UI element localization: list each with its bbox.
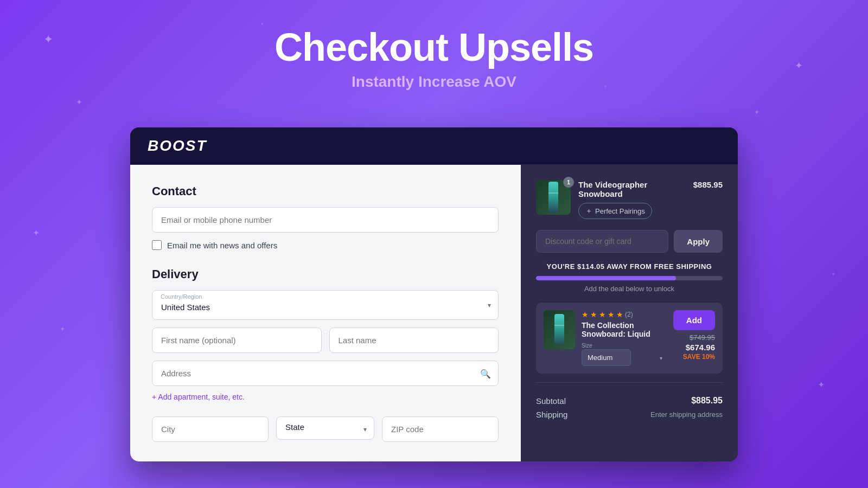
checkout-container: BOOST Contact Email me with news and off… [130,127,738,461]
hero-section: Checkout Upsells Instantly Increase AOV [0,0,868,110]
boost-logo: BOOST [148,137,720,155]
size-chevron-icon: ▾ [660,355,662,361]
upsell-sale-price: $674.96 [686,343,715,352]
checkout-header: BOOST [130,127,738,165]
apply-button[interactable]: Apply [674,230,723,253]
star-1-icon: ★ [582,310,589,319]
upsell-stars-row: ★ ★ ★ ★ ★ (2) [582,310,667,319]
order-item-name: The Videographer Snowboard [578,180,686,198]
zip-input[interactable] [382,416,499,442]
subtotal-value: $885.95 [691,396,723,406]
order-divider [536,382,723,383]
perfect-pairings-label: Perfect Pairings [595,207,645,215]
address-wrapper: 🔍 [152,361,499,386]
star-3-icon: ★ [599,310,606,319]
snowboard-visual-1 [548,182,558,213]
contact-title: Contact [152,184,499,198]
newsletter-checkbox[interactable] [152,240,162,250]
address-input[interactable] [152,361,499,386]
email-input[interactable] [152,207,499,233]
item-quantity-badge: 1 [563,177,574,188]
order-item: 1 The Videographer Snowboard ＋ Perfect P… [536,180,723,219]
star-2-icon: ★ [590,310,597,319]
order-panel: 1 The Videographer Snowboard ＋ Perfect P… [521,165,738,461]
upsell-image [544,310,575,349]
star-half-icon: ★ [616,310,623,319]
size-select-wrap: Size Medium Small Large XL ▾ [582,343,667,366]
city-state-row: State Alabama Alaska California New York… [152,416,499,442]
order-item-image-wrap: 1 [536,180,571,215]
city-input[interactable] [152,416,269,442]
perfect-pairings-button[interactable]: ＋ Perfect Pairings [578,203,652,219]
add-apartment-link[interactable]: + Add apartment, suite, etc. [152,393,245,401]
upsell-details: ★ ★ ★ ★ ★ (2) The Collection Snowboard: … [582,310,667,366]
order-item-price: $885.95 [693,180,723,189]
state-select[interactable]: State Alabama Alaska California New York… [276,416,374,440]
delivery-section: Delivery Country/Region United States Ca… [152,267,499,442]
upsell-original-price: $749.95 [690,333,715,342]
shipping-row-label: Shipping [536,410,567,419]
shipping-sub-text: Add the deal below to unlock [536,285,723,293]
size-select[interactable]: Medium Small Large XL [582,349,631,366]
upsell-price-col: $749.95 $674.96 SAVE 10% [683,333,715,361]
delivery-title: Delivery [152,267,499,281]
upsell-name: The Collection Snowboard: Liquid [582,321,667,338]
form-panel: Contact Email me with news and offers De… [130,165,521,461]
subtotal-label: Subtotal [536,396,566,406]
discount-input[interactable] [536,230,668,253]
newsletter-checkbox-row: Email me with news and offers [152,240,499,250]
first-name-input[interactable] [152,328,322,353]
hero-subtitle: Instantly Increase AOV [0,73,868,91]
hero-title: Checkout Upsells [0,26,868,69]
upsell-save-badge: SAVE 10% [683,353,715,361]
size-label: Size [582,343,667,349]
upsell-card: ★ ★ ★ ★ ★ (2) The Collection Snowboard: … [536,303,723,374]
order-item-details: The Videographer Snowboard ＋ Perfect Pai… [578,180,686,219]
subtotal-row: Subtotal $885.95 [536,391,723,410]
discount-row: Apply [536,230,723,253]
shipping-notice: YOU'RE $114.05 AWAY FROM FREE SHIPPING [536,262,723,271]
shipping-progress-bar [536,276,723,280]
newsletter-label: Email me with news and offers [167,241,277,250]
address-search-icon: 🔍 [480,368,491,378]
upsell-add-button[interactable]: Add [673,310,715,330]
plus-icon: ＋ [585,206,592,216]
upsell-right-col: Add $749.95 $674.96 SAVE 10% [673,310,715,361]
checkout-body: Contact Email me with news and offers De… [130,165,738,461]
shipping-row: Shipping Enter shipping address [536,410,723,419]
state-select-wrapper: State Alabama Alaska California New York… [276,416,374,442]
country-select-wrapper: Country/Region United States Canada Unit… [152,290,499,320]
progress-bar-fill [536,276,676,280]
last-name-input[interactable] [329,328,499,353]
shipping-row-value: Enter shipping address [650,410,723,419]
star-4-icon: ★ [608,310,615,319]
snowboard-visual-2 [554,314,564,345]
review-count: (2) [625,311,633,318]
contact-section: Contact Email me with news and offers [152,184,499,250]
shipping-notice-text: YOU'RE $114.05 AWAY FROM FREE SHIPPING [536,262,723,271]
country-select[interactable]: United States Canada United Kingdom [152,290,499,320]
name-row [152,328,499,353]
